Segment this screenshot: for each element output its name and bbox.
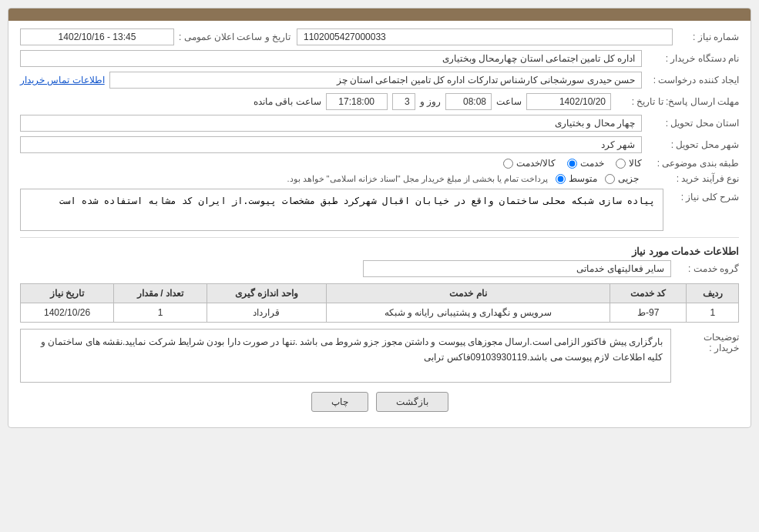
services-table-header-row: ردیف کد خدمت نام خدمت واحد اندازه گیری ت… — [21, 284, 739, 303]
tarikh-label: تاریخ و ساعت اعلان عمومی : — [179, 32, 291, 42]
ejad-row: ایجاد کننده درخواست : حسن حیدری سورشجانی… — [20, 72, 739, 89]
print-button[interactable]: چاپ — [311, 392, 368, 412]
tabaqe-radio-group: کالا/خدمت خدمت کالا — [503, 158, 642, 169]
back-button[interactable]: بازگشت — [376, 392, 448, 412]
panel-header — [8, 8, 751, 21]
mohlat-roz: 3 — [392, 93, 415, 110]
tabaqe-kala-item[interactable]: کالا — [616, 158, 642, 169]
col-tarikh: تاریخ نیاز — [21, 284, 114, 303]
noefrayand-label: نوع فرآیند خرید : — [646, 173, 739, 184]
tabaqe-khedmat-item[interactable]: خدمت — [567, 158, 604, 169]
tawzihat-label: توضیحات خریدار : — [677, 329, 739, 383]
ostan-label: استان محل تحویل : — [646, 118, 739, 129]
namdastgah-label: نام دستگاه خریدار : — [646, 53, 739, 64]
grohe-row: گروه خدمت : سایر فعالیتهای خدماتی — [20, 260, 739, 277]
mohlat-baghimande-label: ساعت باقی مانده — [254, 96, 321, 107]
noefrayand-text: پرداخت تمام یا بخشی از مبلغ خریدار مجل "… — [287, 174, 548, 184]
services-table-head: ردیف کد خدمت نام خدمت واحد اندازه گیری ت… — [21, 284, 739, 303]
ostan-value: چهار محال و بختیاری — [20, 115, 642, 132]
tabaqe-kala-khedmat-item[interactable]: کالا/خدمت — [503, 158, 556, 169]
tawzihat-value: بارگزاری پیش فاکتور الزامی است.ارسال مجو… — [20, 329, 671, 383]
shahr-value: شهر کرد — [20, 136, 642, 153]
cell-tarikh: 1402/10/26 — [21, 303, 114, 323]
sharh-textarea[interactable] — [20, 189, 663, 231]
mohlat-label: مهلت ارسال پاسخ: تا تاریخ : — [616, 96, 739, 107]
shomara-label: شماره نیاز : — [677, 32, 739, 42]
mohlat-date: 1402/10/20 — [526, 93, 611, 110]
col-vahed: واحد اندازه گیری — [207, 284, 327, 303]
grohe-value: سایر فعالیتهای خدماتی — [363, 260, 671, 277]
grohe-label: گروه خدمت : — [677, 263, 739, 274]
tawzihat-row: توضیحات خریدار : بارگزاری پیش فاکتور الز… — [20, 329, 739, 383]
tabaqe-row: طبقه بندی موضوعی : کالا/خدمت خدمت کالا — [20, 158, 739, 169]
shomara-group: شماره نیاز : 1102005427000033 — [297, 28, 739, 45]
button-row: بازگشت چاپ — [20, 392, 739, 420]
mohlat-saat: 08:08 — [445, 93, 492, 110]
cell-tedad: 1 — [114, 303, 207, 323]
services-table-body: 1 97-ط سرویس و نگهداری و پشتیبانی رایانه… — [21, 303, 739, 323]
services-table: ردیف کد خدمت نام خدمت واحد اندازه گیری ت… — [20, 283, 739, 323]
tabaqe-kala-label: کالا — [629, 158, 642, 169]
noefrayand-jazei-label: جزیی — [618, 173, 639, 184]
cell-code: 97-ط — [610, 303, 687, 323]
tabaqe-kala-radio[interactable] — [616, 159, 626, 169]
ejad-value: حسن حیدری سورشجانی کارشناس تداركات اداره… — [109, 72, 642, 89]
separator-1 — [20, 237, 739, 238]
mohlat-row: مهلت ارسال پاسخ: تا تاریخ : 1402/10/20 س… — [20, 93, 739, 110]
col-name: نام خدمت — [326, 284, 610, 303]
mohlat-saat-label: ساعت — [496, 96, 522, 107]
col-radif: ردیف — [687, 284, 739, 303]
mohlat-roz-label: روز و — [420, 96, 441, 107]
sharh-label: شرح کلی نیاز : — [670, 189, 739, 231]
tabaqe-label: طبقه بندی موضوعی : — [646, 158, 739, 169]
noefrayand-mottavaset-radio[interactable] — [556, 174, 566, 184]
noefrayand-jazei-item[interactable]: جزیی — [605, 173, 639, 184]
panel-body: شماره نیاز : 1102005427000033 تاریخ و سا… — [8, 21, 751, 427]
noefrayand-mottavaset-label: متوسط — [569, 173, 597, 184]
tabaqe-kala-khedmat-label: کالا/خدمت — [516, 158, 556, 169]
tabaqe-kala-khedmat-radio[interactable] — [503, 159, 513, 169]
col-code: کد خدمت — [610, 284, 687, 303]
namdastgah-value: اداره کل تامین اجتماعی استان چهارمحال وب… — [20, 50, 642, 67]
noefrayand-row: نوع فرآیند خرید : جزیی متوسط پرداخت تمام… — [20, 173, 739, 184]
cell-name: سرویس و نگهداری و پشتیبانی رایانه و شبکه — [326, 303, 610, 323]
mohlat-baghimande: 17:18:00 — [326, 93, 388, 110]
namdastgah-row: نام دستگاه خریدار : اداره کل تامین اجتما… — [20, 50, 739, 67]
tarikh-value: 1402/10/16 - 13:45 — [20, 28, 174, 45]
noefrayand-mottavaset-item[interactable]: متوسط — [556, 173, 597, 184]
page-container: شماره نیاز : 1102005427000033 تاریخ و سا… — [0, 0, 759, 532]
sharh-row: شرح کلی نیاز : — [20, 189, 739, 231]
col-tedad: تعداد / مقدار — [114, 284, 207, 303]
cell-radif: 1 — [687, 303, 739, 323]
tarikh-group: تاریخ و ساعت اعلان عمومی : 1402/10/16 - … — [20, 28, 291, 45]
ejad-label: ایجاد کننده درخواست : — [646, 75, 739, 85]
tabaqe-khedmat-radio[interactable] — [567, 159, 577, 169]
top-row-shomara: شماره نیاز : 1102005427000033 تاریخ و سا… — [20, 28, 739, 45]
khadamat-header: اطلاعات خدمات مورد نیاز — [20, 246, 739, 257]
noefrayand-jazei-radio[interactable] — [605, 174, 615, 184]
ejad-link[interactable]: اطلاعات تماس خریدار — [20, 75, 105, 85]
tabaqe-khedmat-label: خدمت — [580, 158, 604, 169]
main-panel: شماره نیاز : 1102005427000033 تاریخ و سا… — [8, 8, 751, 428]
ostan-row: استان محل تحویل : چهار محال و بختیاری — [20, 115, 739, 132]
shahr-row: شهر محل تحویل : شهر کرد — [20, 136, 739, 153]
shomara-value: 1102005427000033 — [297, 28, 673, 45]
table-row: 1 97-ط سرویس و نگهداری و پشتیبانی رایانه… — [21, 303, 739, 323]
cell-vahed: قرارداد — [207, 303, 327, 323]
shahr-label: شهر محل تحویل : — [646, 139, 739, 150]
